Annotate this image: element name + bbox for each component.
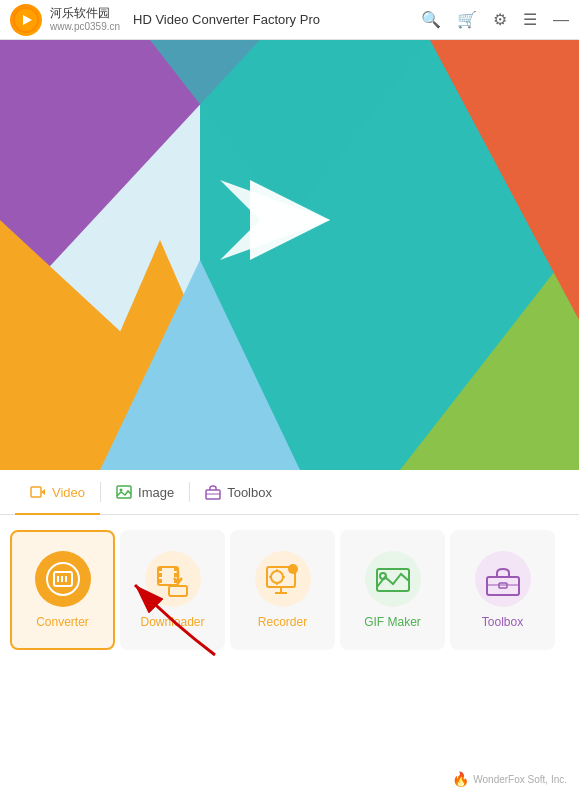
tab-image[interactable]: Image (101, 470, 189, 515)
svg-rect-45 (487, 577, 519, 595)
gif-icon (373, 559, 413, 599)
app-logo (10, 4, 42, 36)
title-bar-right: 🔍 🛒 ⚙ ☰ — (421, 10, 569, 29)
bottom-section: Video Image Toolbox (0, 470, 579, 795)
gif-maker-label: GIF Maker (364, 615, 421, 629)
svg-rect-32 (169, 586, 187, 596)
svg-rect-28 (158, 579, 162, 583)
tool-recorder[interactable]: Recorder (230, 530, 335, 650)
footer: 🔥 WonderFox Soft, Inc. (452, 771, 567, 787)
recorder-icon (263, 559, 303, 599)
toolbox-icon (483, 559, 523, 599)
site-name: 河乐软件园 (50, 6, 120, 20)
search-icon[interactable]: 🔍 (421, 10, 441, 29)
downloader-icon (153, 559, 193, 599)
svg-point-36 (271, 571, 283, 583)
hero-svg (0, 40, 579, 470)
svg-rect-29 (174, 567, 178, 571)
toolbox-label: Toolbox (482, 615, 523, 629)
title-bar: 河乐软件园 www.pc0359.cn HD Video Converter F… (0, 0, 579, 40)
title-bar-left: 河乐软件园 www.pc0359.cn HD Video Converter F… (10, 4, 320, 36)
downloader-label: Downloader (140, 615, 204, 629)
settings-icon[interactable]: ⚙ (493, 10, 507, 29)
svg-point-44 (380, 573, 386, 579)
tool-converter[interactable]: Converter (10, 530, 115, 650)
svg-point-35 (288, 564, 298, 574)
recorder-icon-wrap (255, 551, 311, 607)
cart-icon[interactable]: 🛒 (457, 10, 477, 29)
svg-rect-27 (158, 573, 162, 577)
toolbox-icon-wrap (475, 551, 531, 607)
tabs: Video Image Toolbox (0, 470, 579, 515)
tool-toolbox[interactable]: Toolbox (450, 530, 555, 650)
recorder-label: Recorder (258, 615, 307, 629)
video-tab-icon (30, 484, 46, 500)
gif-icon-wrap (365, 551, 421, 607)
tool-gif-maker[interactable]: GIF Maker (340, 530, 445, 650)
svg-point-17 (120, 489, 123, 492)
footer-text: WonderFox Soft, Inc. (473, 774, 567, 785)
site-url: www.pc0359.cn (50, 21, 120, 33)
tool-grid: Converter (0, 515, 579, 665)
svg-rect-14 (31, 487, 41, 497)
toolbox-tab-icon (205, 484, 221, 500)
tab-video[interactable]: Video (15, 470, 100, 515)
app-title: HD Video Converter Factory Pro (133, 12, 320, 27)
converter-icon-wrap (35, 551, 91, 607)
footer-flame-icon: 🔥 (452, 771, 469, 787)
converter-label: Converter (36, 615, 89, 629)
tab-toolbox[interactable]: Toolbox (190, 470, 287, 515)
image-tab-icon (116, 484, 132, 500)
menu-icon[interactable]: ☰ (523, 10, 537, 29)
converter-icon (45, 561, 81, 597)
downloader-icon-wrap (145, 551, 201, 607)
minimize-icon[interactable]: — (553, 11, 569, 29)
hero-banner (0, 40, 579, 470)
svg-rect-26 (158, 567, 162, 571)
watermark-text: 河乐软件园 www.pc0359.cn (50, 6, 120, 32)
tool-downloader[interactable]: Downloader (120, 530, 225, 650)
